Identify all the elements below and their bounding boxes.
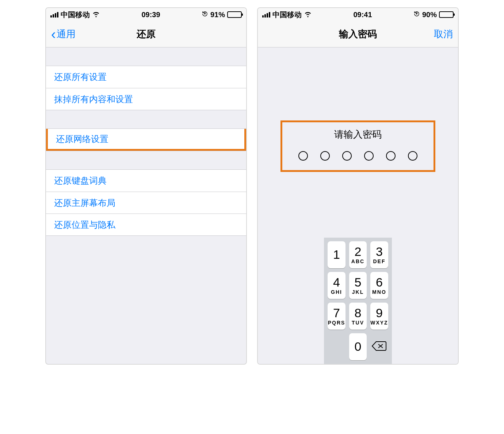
key-8[interactable]: 8TUV xyxy=(349,303,367,330)
chevron-left-icon: ‹ xyxy=(51,27,56,41)
key-3[interactable]: 3DEF xyxy=(370,241,388,268)
reset-network-settings-row[interactable]: 还原网络设置 xyxy=(46,129,246,151)
key-letters: TUV xyxy=(352,320,364,326)
status-time: 09:41 xyxy=(353,11,372,19)
key-num: 8 xyxy=(355,307,362,319)
key-blank xyxy=(328,333,345,360)
page-title: 输入密码 xyxy=(258,28,458,41)
key-1[interactable]: 1 xyxy=(328,241,345,268)
row-label: 还原主屏幕布局 xyxy=(54,197,115,209)
key-num: 0 xyxy=(355,340,362,353)
key-letters: GHI xyxy=(331,289,342,295)
passcode-prompt: 请输入密码 xyxy=(334,128,382,141)
passcode-dot xyxy=(342,151,352,161)
row-label: 抹掉所有内容和设置 xyxy=(54,93,133,105)
passcode-dot xyxy=(364,151,374,161)
status-right: 91% xyxy=(202,11,242,19)
carrier-label: 中国移动 xyxy=(61,10,90,20)
key-4[interactable]: 4GHI xyxy=(328,272,345,299)
signal-icon xyxy=(262,12,270,18)
cancel-button[interactable]: 取消 xyxy=(434,28,453,41)
nav-bar: 输入密码 取消 xyxy=(258,21,458,47)
phone-left: 中国移动 09:39 91% ‹ 通用 还原 还原所有设置 抹掉所有内容和设置 … xyxy=(45,7,247,365)
passcode-prompt-box: 请输入密码 xyxy=(280,120,435,172)
reset-home-layout-row[interactable]: 还原主屏幕布局 xyxy=(46,192,246,214)
wifi-icon xyxy=(92,10,100,20)
key-num: 5 xyxy=(355,276,362,288)
key-num: 3 xyxy=(376,245,383,258)
key-9[interactable]: 9WXYZ xyxy=(370,303,388,330)
rotation-lock-icon xyxy=(413,11,420,19)
key-num: 9 xyxy=(376,307,383,319)
key-delete[interactable] xyxy=(370,333,388,360)
key-num: 2 xyxy=(355,245,362,258)
row-label: 还原网络设置 xyxy=(56,133,108,145)
status-left: 中国移动 xyxy=(50,10,100,20)
passcode-dot xyxy=(320,151,330,161)
numeric-keypad: 1 2ABC 3DEF 4GHI 5JKL 6MNO 7PQRS 8TUV 9W… xyxy=(324,238,392,364)
key-letters: DEF xyxy=(373,258,385,264)
status-bar: 中国移动 09:41 90% xyxy=(258,8,458,21)
erase-all-content-row[interactable]: 抹掉所有内容和设置 xyxy=(46,88,246,110)
carrier-label: 中国移动 xyxy=(272,10,302,20)
key-num: 6 xyxy=(376,276,383,288)
settings-group-2: 还原网络设置 xyxy=(46,128,246,151)
back-label: 通用 xyxy=(57,28,76,41)
status-left: 中国移动 xyxy=(262,10,312,20)
key-num: 4 xyxy=(333,276,340,288)
key-letters: ABC xyxy=(351,258,364,264)
key-6[interactable]: 6MNO xyxy=(370,272,388,299)
battery-icon xyxy=(227,11,242,18)
reset-keyboard-dict-row[interactable]: 还原键盘词典 xyxy=(46,170,246,192)
battery-pct: 91% xyxy=(210,11,225,19)
key-0[interactable]: 0 xyxy=(349,333,367,360)
back-button[interactable]: ‹ 通用 xyxy=(51,27,76,41)
status-bar: 中国移动 09:39 91% xyxy=(46,8,246,21)
settings-group-1: 还原所有设置 抹掉所有内容和设置 xyxy=(46,66,246,110)
passcode-dots xyxy=(298,151,417,161)
key-letters: MNO xyxy=(372,289,386,295)
passcode-area: 请输入密码 1 2ABC 3DEF 4GHI 5JKL 6MNO 7PQRS 8… xyxy=(258,47,458,364)
row-label: 还原键盘词典 xyxy=(54,175,107,187)
status-time: 09:39 xyxy=(141,11,160,19)
key-num: 1 xyxy=(333,248,340,261)
key-letters: JKL xyxy=(352,289,364,295)
key-letters: PQRS xyxy=(328,320,345,326)
key-7[interactable]: 7PQRS xyxy=(328,303,345,330)
key-5[interactable]: 5JKL xyxy=(349,272,367,299)
page-title: 还原 xyxy=(46,28,246,41)
settings-group-3: 还原键盘词典 还原主屏幕布局 还原位置与隐私 xyxy=(46,169,246,236)
settings-content: 还原所有设置 抹掉所有内容和设置 还原网络设置 还原键盘词典 还原主屏幕布局 还… xyxy=(46,47,246,364)
battery-pct: 90% xyxy=(422,11,437,19)
signal-icon xyxy=(50,12,58,18)
passcode-dot xyxy=(386,151,396,161)
key-letters: WXYZ xyxy=(370,320,388,326)
rotation-lock-icon xyxy=(202,11,208,19)
nav-bar: ‹ 通用 还原 xyxy=(46,21,246,47)
reset-location-privacy-row[interactable]: 还原位置与隐私 xyxy=(46,214,246,235)
status-right: 90% xyxy=(413,11,454,19)
passcode-dot xyxy=(408,151,417,161)
key-2[interactable]: 2ABC xyxy=(349,241,367,268)
passcode-dot xyxy=(298,151,308,161)
backspace-icon xyxy=(371,340,387,353)
row-label: 还原所有设置 xyxy=(54,71,107,83)
phone-right: 中国移动 09:41 90% 输入密码 取消 请输入密码 xyxy=(257,7,459,365)
key-num: 7 xyxy=(333,307,340,319)
reset-all-settings-row[interactable]: 还原所有设置 xyxy=(46,66,246,88)
row-label: 还原位置与隐私 xyxy=(54,219,115,231)
wifi-icon xyxy=(304,10,312,20)
battery-icon xyxy=(439,11,454,18)
